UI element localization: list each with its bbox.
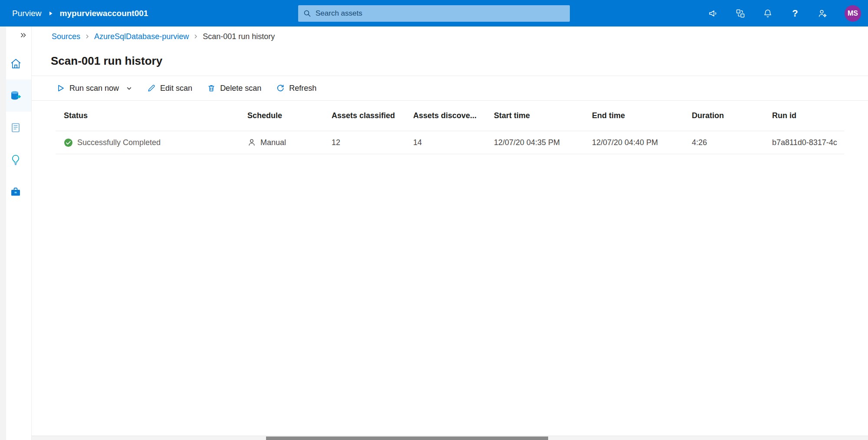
schedule-text: Manual: [260, 138, 286, 147]
refresh-label: Refresh: [289, 84, 316, 93]
expand-nav-button[interactable]: [20, 32, 27, 44]
table-header: Status Schedule Assets classified Assets…: [56, 101, 844, 131]
breadcrumb-current: Scan-001 run history: [203, 32, 275, 41]
global-search: [298, 5, 570, 22]
cell-duration: 4:26: [684, 138, 764, 147]
left-nav: [0, 26, 32, 440]
run-scan-now-label: Run scan now: [69, 84, 119, 93]
topbar-brand-group: Purview mypurviewaccount001: [12, 9, 148, 18]
app-body: Sources AzureSqlDatabase-purview Scan-00…: [0, 26, 868, 440]
play-icon: [56, 84, 65, 93]
breadcrumb-source-name[interactable]: AzureSqlDatabase-purview: [94, 32, 189, 41]
horizontal-scrollbar[interactable]: [32, 436, 868, 440]
catalog-icon: [10, 122, 22, 134]
cell-end-time: 12/07/20 04:40 PM: [584, 138, 684, 147]
delete-scan-label: Delete scan: [220, 84, 261, 93]
edit-scan-label: Edit scan: [160, 84, 192, 93]
chevron-down-icon[interactable]: [126, 85, 132, 92]
pencil-icon: [147, 84, 156, 93]
cell-schedule: Manual: [239, 138, 323, 147]
search-icon: [303, 10, 311, 17]
success-check-icon: [64, 138, 73, 147]
avatar[interactable]: MS: [845, 5, 861, 22]
title-row: Scan-001 run history: [32, 46, 868, 76]
cell-status: Successfully Completed: [56, 138, 239, 147]
chevron-right-icon: [85, 34, 90, 39]
insights-icon: [10, 154, 22, 166]
home-icon: [10, 57, 22, 70]
vertical-scrollbar[interactable]: [0, 26, 6, 440]
cell-assets-discovered: 14: [405, 138, 486, 147]
notifications-icon[interactable]: [763, 8, 773, 19]
help-icon[interactable]: ?: [790, 8, 800, 19]
announcement-icon[interactable]: [708, 8, 718, 19]
breadcrumb-sources[interactable]: Sources: [52, 32, 80, 41]
refresh-button[interactable]: Refresh: [276, 84, 316, 93]
refresh-icon: [276, 84, 285, 93]
horizontal-scrollbar-thumb[interactable]: [266, 437, 548, 440]
col-start-time[interactable]: Start time: [486, 111, 584, 120]
caret-right-icon: [49, 11, 53, 16]
cell-assets-classified: 12: [323, 138, 405, 147]
cell-run-id: b7a811d0-8317-4c: [764, 138, 844, 147]
run-history-table: Status Schedule Assets classified Assets…: [56, 101, 844, 154]
status-text: Successfully Completed: [77, 138, 161, 147]
col-duration[interactable]: Duration: [684, 111, 764, 120]
feedback-icon[interactable]: [817, 8, 828, 19]
breadcrumb: Sources AzureSqlDatabase-purview Scan-00…: [32, 26, 868, 46]
search-input[interactable]: [316, 9, 565, 18]
trash-icon: [207, 84, 216, 93]
help-glyph: ?: [792, 8, 798, 19]
double-chevron-right-icon: [20, 32, 27, 39]
col-run-id[interactable]: Run id: [764, 111, 844, 120]
delete-scan-button[interactable]: Delete scan: [207, 84, 261, 93]
col-end-time[interactable]: End time: [584, 111, 684, 120]
col-assets-classified[interactable]: Assets classified: [323, 111, 405, 120]
col-schedule[interactable]: Schedule: [239, 111, 323, 120]
management-icon: [10, 186, 22, 198]
app-window: Purview mypurviewaccount001: [0, 0, 868, 440]
person-icon: [247, 138, 256, 147]
edit-scan-button[interactable]: Edit scan: [147, 84, 192, 93]
app-brand[interactable]: Purview: [12, 9, 42, 18]
command-bar: Run scan now Edit scan Delete scan: [32, 76, 868, 101]
data-map-icon: [9, 89, 22, 102]
topbar-actions: ? MS: [708, 0, 861, 26]
workspace-switcher-icon[interactable]: [735, 8, 746, 19]
account-name[interactable]: mypurviewaccount001: [60, 9, 148, 18]
cell-start-time: 12/07/20 04:35 PM: [486, 138, 584, 147]
table-row[interactable]: Successfully Completed Manual 12 14 12/0…: [56, 131, 844, 154]
run-scan-now-button[interactable]: Run scan now: [56, 84, 132, 93]
col-assets-discovered[interactable]: Assets discove...: [405, 111, 486, 120]
topbar: Purview mypurviewaccount001: [0, 0, 868, 26]
col-status[interactable]: Status: [56, 111, 239, 120]
page-title: Scan-001 run history: [51, 54, 162, 68]
main-content: Sources AzureSqlDatabase-purview Scan-00…: [32, 26, 868, 440]
chevron-right-icon: [193, 34, 198, 39]
